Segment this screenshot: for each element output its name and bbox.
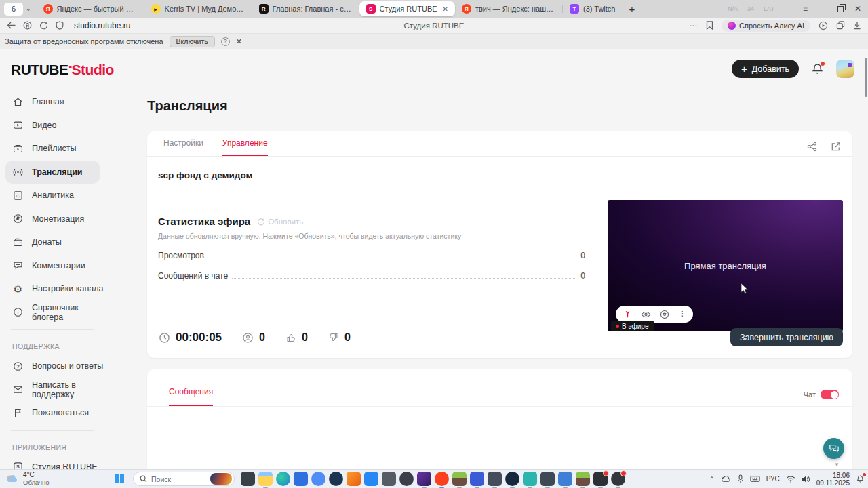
browser-tab-rutube-studio-active[interactable]: S Студия RUTUBE ✕	[359, 1, 455, 16]
taskbar-icon-discord[interactable]	[488, 472, 502, 486]
taskbar-icon-blue-round[interactable]	[311, 472, 326, 486]
taskbar-icon-target-app[interactable]	[611, 472, 625, 486]
browser-menu-icon[interactable]: ≡	[803, 4, 808, 14]
browser-tab-rutube-home[interactable]: R Главная: Главная - смотр	[252, 0, 359, 18]
taskbar-icon-store[interactable]	[294, 472, 308, 486]
taskbar-search[interactable]: Поиск	[133, 472, 235, 486]
eye-circle-icon[interactable]	[660, 310, 669, 319]
live-preview-player[interactable]: Прямая трансляция ⋮ В эфире	[608, 200, 843, 331]
sidebar-item-donates[interactable]: Донаты	[0, 230, 105, 254]
sidebar-item-faq[interactable]: ? Вопросы и ответы	[0, 354, 105, 378]
taskbar-icon-blue-square[interactable]	[470, 472, 484, 486]
eye-icon[interactable]	[641, 310, 651, 319]
yandex-mode-icon[interactable]	[23, 21, 32, 30]
window-minimize-icon[interactable]: —	[818, 4, 827, 14]
url-text[interactable]: studio.rutube.ru	[74, 21, 130, 30]
weather-widget[interactable]: 4°CОблачно	[5, 471, 50, 486]
browser-tab-yandex-search[interactable]: Я Яндекс — быстрый поиск	[37, 0, 144, 18]
taskbar-icon-steam[interactable]	[505, 472, 519, 486]
notification-center-icon[interactable]	[856, 474, 865, 484]
sidebar-item-video[interactable]: Видео	[0, 114, 105, 138]
kebab-menu-icon[interactable]: ⋮	[678, 310, 686, 318]
language-indicator[interactable]: РУС	[766, 475, 780, 483]
scroll-down-icon[interactable]: ▼	[834, 462, 840, 468]
likes-metric[interactable]: 0	[285, 331, 308, 344]
notice-close-icon[interactable]: ✕	[236, 37, 242, 46]
taskbar-icon-alert-app[interactable]	[593, 472, 608, 486]
new-tab-button[interactable]: +	[629, 3, 635, 15]
dislikes-metric[interactable]: 0	[328, 331, 351, 344]
browser-tab-kerris-tv[interactable]: ▶ Kerris TV | Муд Демотив	[144, 0, 252, 18]
external-link-icon[interactable]	[830, 141, 842, 152]
protect-shield-icon[interactable]	[56, 21, 64, 30]
enable-protection-button[interactable]: Включить	[170, 36, 215, 47]
bookmark-icon[interactable]	[706, 21, 713, 30]
taskbar-icon-task-view[interactable]	[241, 472, 255, 486]
tab-messages[interactable]: Сообщения	[169, 387, 213, 406]
taskbar-clock[interactable]: 18:06 09.11.2025	[816, 472, 850, 487]
reload-icon[interactable]	[39, 21, 48, 30]
share-icon[interactable]	[806, 141, 818, 152]
sidebar-item-rutube-studio-app[interactable]: S Студия RUTUBE	[0, 455, 105, 470]
sidebar-item-monetization[interactable]: ₽ Монетизация	[0, 207, 105, 231]
tab-settings[interactable]: Настройки	[163, 131, 203, 156]
collections-icon[interactable]	[836, 21, 845, 30]
sidebar-item-write-support[interactable]: Написать в поддержку	[0, 378, 105, 402]
video-popup-icon[interactable]	[818, 21, 828, 30]
avatar[interactable]	[836, 60, 854, 78]
taskbar-icon-edge[interactable]	[276, 472, 290, 486]
refresh-button[interactable]: Обновить	[257, 218, 303, 226]
wifi-icon[interactable]	[786, 475, 795, 483]
sidebar-item-broadcasts[interactable]: Трансляции	[5, 161, 100, 184]
taskbar-icon-orange-app[interactable]	[347, 472, 361, 486]
window-restore-icon[interactable]	[837, 6, 844, 12]
taskbar-icon-file-explorer[interactable]	[258, 472, 273, 486]
notifications-bell-button[interactable]	[811, 62, 824, 76]
chat-toggle[interactable]	[821, 390, 839, 399]
tray-cloud-icon[interactable]	[721, 475, 731, 483]
downloads-icon[interactable]	[853, 21, 861, 30]
tray-chevron-icon[interactable]: ⌃	[709, 476, 715, 483]
add-button[interactable]: +Добавить	[732, 60, 799, 78]
taskbar-icon-gray-app[interactable]	[382, 472, 396, 486]
page-scrollbar[interactable]	[865, 58, 867, 97]
volume-icon[interactable]	[802, 475, 810, 483]
tray-mic-icon[interactable]	[737, 474, 744, 483]
dislikes-value: 0	[344, 331, 351, 344]
sidebar-item-blogger-guide[interactable]: Справочник блогера	[0, 301, 105, 325]
sidebar-item-playlists[interactable]: Плейлисты	[0, 137, 105, 161]
taskbar-icon-teal-app[interactable]	[523, 472, 537, 486]
notice-help-icon[interactable]: ?	[221, 37, 230, 46]
support-chat-fab[interactable]	[823, 438, 844, 459]
rutube-studio-logo[interactable]: RUTUBE•Studio	[11, 62, 114, 78]
window-close-icon[interactable]: ✕	[854, 4, 861, 14]
taskbar-icon-steam-alt[interactable]	[329, 472, 343, 486]
tab-list-chevron-icon[interactable]: ⌄	[26, 5, 31, 12]
end-broadcast-button[interactable]: Завершить трансляцию	[730, 328, 843, 346]
taskbar-icon-list-app[interactable]	[540, 472, 555, 486]
more-icon[interactable]: ⋯	[689, 21, 698, 30]
sidebar-item-analytics[interactable]: Аналитика	[0, 184, 105, 207]
sidebar-item-complain[interactable]: Пожаловаться	[0, 401, 105, 425]
sidebar-item-home[interactable]: Главная	[0, 90, 105, 114]
taskbar-icon-vk-play[interactable]	[364, 472, 378, 486]
tab-counter[interactable]: 6	[4, 3, 23, 16]
tray-keyboard-icon[interactable]	[750, 475, 760, 483]
browser-tab-twitch[interactable]: T (3) Twitch	[563, 0, 622, 18]
taskbar-icon-gem-app[interactable]	[558, 472, 572, 486]
live-dot	[616, 325, 619, 328]
taskbar-icon-compass[interactable]	[399, 472, 414, 486]
taskbar-icon-minecraft[interactable]	[452, 472, 467, 486]
start-button[interactable]	[113, 472, 127, 486]
sidebar-item-channel-settings[interactable]: ⚙ Настройки канала	[0, 277, 105, 301]
sidebar-item-comments[interactable]: Комментарии	[0, 254, 105, 278]
taskbar-icon-minecraft-2[interactable]	[576, 472, 590, 486]
tab-close-icon[interactable]: ✕	[443, 5, 448, 13]
taskbar-icon-purple-game[interactable]	[417, 472, 431, 486]
alice-ai-button[interactable]: Спросить Алису AI	[722, 20, 810, 32]
antenna-red-icon[interactable]	[623, 310, 632, 319]
back-icon[interactable]	[7, 22, 16, 29]
taskbar-icon-yandex-browser[interactable]	[435, 472, 449, 486]
tab-manage[interactable]: Управление	[222, 131, 268, 156]
browser-tab-twitch-search[interactable]: Я твич — Яндекс: нашлось	[455, 0, 562, 18]
